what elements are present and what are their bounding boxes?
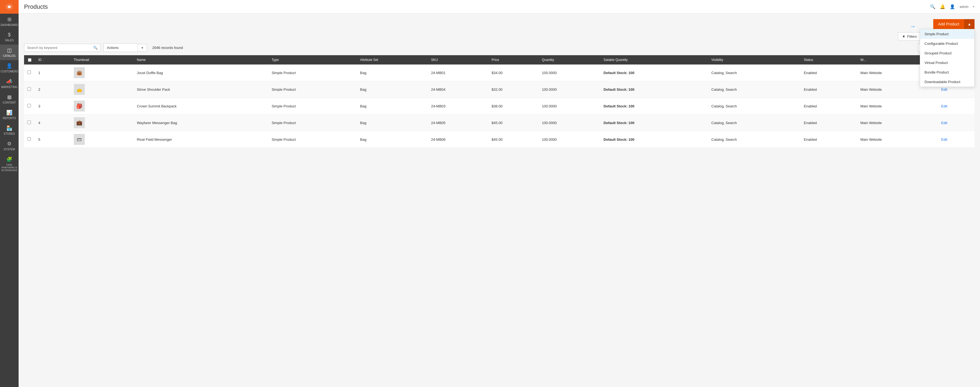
- row-select-checkbox[interactable]: [27, 137, 31, 141]
- row-checkbox[interactable]: [24, 114, 35, 131]
- table-header-sku[interactable]: SKU: [428, 55, 488, 65]
- table-header: ID ↓ Thumbnail Name Type Attribute Se: [24, 55, 975, 65]
- row-select-checkbox[interactable]: [27, 104, 31, 108]
- add-product-button[interactable]: Add Product: [933, 19, 964, 29]
- add-product-dropdown-toggle[interactable]: ▲: [964, 19, 975, 29]
- sidebar-item-dashboard[interactable]: ⊞ DASHBOARD: [0, 14, 19, 29]
- col-visibility-label: Visibility: [711, 58, 723, 62]
- row-select-checkbox[interactable]: [27, 70, 31, 74]
- filters-button[interactable]: ▼ Filters: [898, 32, 921, 41]
- row-edit-link[interactable]: Edit: [938, 114, 975, 131]
- select-all-checkbox[interactable]: [28, 58, 32, 62]
- search-input[interactable]: [27, 46, 93, 50]
- row-checkbox[interactable]: [24, 131, 35, 148]
- actions-dropdown-toggle[interactable]: ▼: [138, 44, 147, 52]
- actions-wrapper: Actions Delete Change Status Update Attr…: [103, 43, 147, 52]
- sidebar-item-content[interactable]: ▦ CONTENT: [0, 91, 19, 107]
- row-select-checkbox[interactable]: [27, 121, 31, 124]
- actions-select[interactable]: Actions Delete Change Status Update Attr…: [103, 43, 138, 52]
- row-type: Simple Product: [268, 131, 356, 148]
- filters-label: Filters: [907, 35, 917, 38]
- dropdown-item-virtual[interactable]: Virtual Product: [920, 58, 974, 68]
- salable-qty-value: Default Stock: 100: [603, 87, 635, 92]
- partners-icon: 🧩: [6, 156, 12, 162]
- dropdown-item-grouped[interactable]: Grouped Product: [920, 48, 974, 58]
- row-name: Wayfarer Messenger Bag: [134, 114, 269, 131]
- row-checkbox[interactable]: [24, 98, 35, 114]
- sidebar-item-marketing[interactable]: 📣 MARKETING: [0, 76, 19, 91]
- row-status: Enabled: [800, 81, 857, 98]
- sidebar-item-customers[interactable]: 👤 CUSTOMERS: [0, 60, 19, 76]
- search-icon[interactable]: 🔍: [930, 4, 935, 9]
- table-header-attribute-set[interactable]: Attribute Set: [357, 55, 428, 65]
- row-thumbnail: 🎒: [70, 98, 134, 114]
- page-title: Products: [24, 3, 48, 10]
- salable-qty-value: Default Stock: 100: [603, 138, 635, 141]
- sidebar-item-catalog[interactable]: ◫ CATALOG: [0, 44, 19, 60]
- row-name: Rival Field Messenger: [134, 131, 269, 148]
- row-status: Enabled: [800, 131, 857, 148]
- table-header-name[interactable]: Name: [134, 55, 269, 65]
- row-select-checkbox[interactable]: [27, 87, 31, 91]
- table-header-id[interactable]: ID ↓: [35, 55, 70, 65]
- row-visibility: Catalog, Search: [708, 65, 800, 81]
- sidebar-item-reports[interactable]: 📊 REPORTS: [0, 107, 19, 122]
- row-attribute-set: Bag: [357, 81, 428, 98]
- table-header-thumbnail: Thumbnail: [70, 55, 134, 65]
- content-area: Add Product ▲ → Simple Product Configura…: [19, 14, 980, 387]
- table-header-salable-quantity[interactable]: Salable Quantity: [600, 55, 708, 65]
- table-header-price[interactable]: Price: [488, 55, 539, 65]
- top-actions-bar: Add Product ▲ → Simple Product Configura…: [24, 19, 975, 29]
- dropdown-item-bundle[interactable]: Bundle Product: [920, 68, 974, 77]
- dropdown-item-configurable[interactable]: Configurable Product: [920, 39, 974, 48]
- customers-icon: 👤: [6, 63, 12, 69]
- sort-id-icon[interactable]: ↓: [43, 59, 44, 62]
- row-checkbox[interactable]: [24, 81, 35, 98]
- sidebar-item-dashboard-label: DASHBOARD: [0, 24, 18, 27]
- table-header-quantity[interactable]: Quantity: [539, 55, 600, 65]
- sidebar-item-sales[interactable]: $ SALES: [0, 29, 19, 44]
- sidebar-item-system[interactable]: ⚙ SYSTEM: [0, 138, 19, 154]
- col-websites-label: W...: [860, 58, 866, 62]
- row-id: 5: [35, 131, 70, 148]
- sales-icon: $: [8, 32, 11, 38]
- col-sku-label: SKU: [431, 58, 438, 62]
- row-attribute-set: Bag: [357, 114, 428, 131]
- row-price: $38.00: [488, 98, 539, 114]
- table-body: 1 👜 Joust Duffle Bag Simple Product Bag …: [24, 65, 975, 148]
- bell-icon[interactable]: 🔔: [940, 4, 945, 9]
- row-salable-quantity: Default Stock: 100: [600, 98, 708, 114]
- row-type: Simple Product: [268, 81, 356, 98]
- row-id: 2: [35, 81, 70, 98]
- sidebar-item-find-partners[interactable]: 🧩 FIND PARTNERS & EXTENSIONS: [0, 154, 19, 174]
- sidebar-item-stores[interactable]: 🏪 STORES: [0, 122, 19, 138]
- row-salable-quantity: Default Stock: 100: [600, 65, 708, 81]
- system-icon: ⚙: [7, 141, 11, 147]
- user-icon[interactable]: 👤: [950, 4, 955, 9]
- row-sku: 24-MB01: [428, 65, 488, 81]
- search-submit-icon[interactable]: 🔍: [93, 46, 98, 50]
- row-status: Enabled: [800, 65, 857, 81]
- row-visibility: Catalog, Search: [708, 131, 800, 148]
- main-content: Products 🔍 🔔 👤 admin ▾ Add Product ▲ → S…: [19, 0, 980, 387]
- table-header-checkbox: [24, 55, 35, 65]
- col-type-label: Type: [272, 58, 278, 62]
- row-checkbox[interactable]: [24, 65, 35, 81]
- filter-row: ▼ Filters 👁 Default View ▾ ⊞ Columns ▾: [24, 32, 975, 41]
- dropdown-item-simple[interactable]: Simple Product: [920, 29, 974, 39]
- row-price: $32.00: [488, 81, 539, 98]
- thumbnail-image: 🎒: [74, 101, 85, 111]
- salable-qty-value: Default Stock: 100: [603, 121, 635, 125]
- sidebar: ⊞ DASHBOARD $ SALES ◫ CATALOG 👤 CUSTOMER…: [0, 0, 19, 387]
- table-header-type[interactable]: Type: [268, 55, 356, 65]
- row-price: $45.00: [488, 131, 539, 148]
- user-dropdown-arrow[interactable]: ▾: [973, 5, 975, 8]
- row-type: Simple Product: [268, 65, 356, 81]
- table-header-status[interactable]: Status: [800, 55, 857, 65]
- sidebar-logo[interactable]: [0, 0, 19, 14]
- row-edit-link[interactable]: Edit: [938, 131, 975, 148]
- table-header-visibility[interactable]: Visibility: [708, 55, 800, 65]
- row-type: Simple Product: [268, 98, 356, 114]
- dropdown-item-downloadable[interactable]: Downloadable Product: [920, 77, 974, 87]
- row-edit-link[interactable]: Edit: [938, 98, 975, 114]
